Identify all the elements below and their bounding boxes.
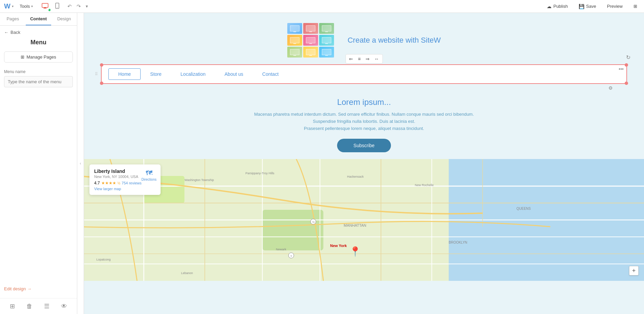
tab-pages[interactable]: Pages [0, 13, 26, 25]
save-button[interactable]: 💾 Save [576, 2, 599, 10]
edit-design-button[interactable]: Edit design → [4, 284, 73, 294]
svg-rect-1 [44, 7, 46, 8]
svg-text:Lebanon: Lebanon [181, 271, 193, 275]
directions-button[interactable]: 🗺 Directions [142, 169, 157, 181]
main-area: Pages Content Design ← Back Menu ⊞ Manag… [0, 13, 644, 314]
directions-icon: 🗺 [146, 169, 152, 177]
menu-bar-wrapper: ⇐ ≡ ⇒ ↔ ↻ ••• ⠿ Home Store Loca [91, 64, 637, 84]
align-left-button[interactable]: ⇐ [347, 55, 355, 63]
corner-bl [100, 82, 103, 85]
subscribe-button[interactable]: Subscribe [337, 139, 391, 152]
lorem-section: Lorem ipsum... Macenas pharetra metud in… [84, 91, 644, 159]
publish-button[interactable]: ☁ Publish [544, 2, 570, 10]
menu-drag-handle[interactable]: ⠿ [95, 72, 98, 76]
svg-text:78: 78 [312, 221, 315, 223]
menu-selected-container: ••• ⠿ Home Store Localization About us C… [101, 64, 627, 84]
svg-rect-0 [42, 3, 48, 7]
svg-text:New Rochelle: New Rochelle [415, 183, 434, 187]
svg-text:BROOKLYN: BROOKLYN [449, 241, 468, 244]
thumb-3 [319, 23, 334, 34]
view-larger-map-link[interactable]: View larger map [94, 187, 156, 191]
thumb-9 [319, 47, 334, 58]
map-rating-value: 4.7 [94, 181, 100, 185]
visibility-icon[interactable]: 👁 [60, 301, 68, 311]
expand-icon: ⊞ [633, 4, 637, 9]
manage-pages-button[interactable]: ⊞ Manage Pages [4, 51, 73, 63]
tools-label: Tools [20, 4, 30, 9]
map-pin: 📍 [349, 246, 361, 257]
lorem-text: Macenas pharetra metud interdum dictum. … [246, 111, 483, 132]
top-bar-left: W ▾ Tools ▾ ↶ [4, 1, 89, 12]
tools-button[interactable]: Tools ▾ [18, 2, 35, 10]
manage-pages-icon: ⊞ [21, 54, 24, 60]
svg-text:Washington Township: Washington Township [185, 178, 214, 182]
mobile-icon [55, 3, 59, 9]
thumb-5 [303, 35, 318, 46]
map-info-card: Liberty Island New York, NY 10004, USA 4… [89, 164, 161, 195]
back-label: Back [11, 30, 20, 35]
map-stars: ★★★★ [101, 181, 116, 185]
svg-rect-2 [43, 8, 47, 8]
publish-label: Publish [553, 4, 568, 9]
sidebar-bottom: ⊞ 🗑 ☰ 👁 [0, 298, 77, 314]
align-center-button[interactable]: ≡ [356, 55, 362, 63]
thumb-1 [287, 23, 302, 34]
top-bar: W ▾ Tools ▾ ↶ [0, 0, 644, 13]
svg-text:QUEENS: QUEENS [517, 207, 531, 210]
undo-button[interactable]: ↶ [66, 3, 73, 10]
back-arrow: ← [4, 30, 8, 35]
menu-item-about[interactable]: About us [215, 69, 253, 80]
device-buttons [39, 1, 62, 12]
layers-icon[interactable]: ☰ [43, 301, 51, 311]
device-desktop-button[interactable] [39, 2, 51, 11]
map-overlay: MANHATTAN BROOKLYN QUEENS New York Newar… [84, 159, 644, 281]
svg-rect-8 [263, 210, 324, 250]
preview-label: Preview [607, 4, 623, 9]
corner-br [625, 82, 628, 85]
thumb-6 [319, 35, 334, 46]
menu-item-home[interactable]: Home [108, 68, 141, 80]
menu-name-input[interactable] [4, 76, 73, 87]
save-icon: 💾 [579, 4, 584, 9]
menu-item-localization[interactable]: Localization [171, 69, 215, 80]
map-rating: 4.7 ★★★★ ½ 754 reviews [94, 181, 156, 185]
tab-content[interactable]: Content [26, 13, 51, 25]
svg-text:New York: New York [330, 244, 347, 248]
hero-section: Create a website with SiteW ⇐ ≡ ⇒ ↔ ↻ • [84, 13, 644, 91]
sidebar: Pages Content Design ← Back Menu ⊞ Manag… [0, 13, 77, 314]
directions-label: Directions [142, 178, 157, 181]
menu-name-label: Menu name [4, 69, 73, 74]
thumb-4 [287, 35, 302, 46]
more-button[interactable]: ▾ [84, 3, 89, 9]
tools-chevron: ▾ [31, 4, 33, 8]
menu-options-button[interactable]: ••• [619, 66, 624, 72]
menu-filter-icon[interactable]: ⚙ [608, 85, 613, 91]
device-mobile-button[interactable] [53, 1, 62, 12]
corner-tr [625, 63, 628, 67]
expand-button[interactable]: ⊞ [631, 2, 640, 10]
add-icon[interactable]: ⊞ [8, 301, 16, 311]
map-reviews-link[interactable]: 754 reviews [122, 181, 142, 185]
desktop-icon [42, 3, 48, 8]
redo-button[interactable]: ↷ [75, 3, 82, 10]
map-svg: MANHATTAN BROOKLYN QUEENS New York Newar… [84, 159, 644, 281]
align-stretch-button[interactable]: ↔ [372, 55, 381, 63]
logo-chevron: ▾ [12, 4, 14, 8]
preview-button[interactable]: Preview [604, 2, 625, 10]
menu-item-contact[interactable]: Contact [253, 69, 288, 80]
back-button[interactable]: ← Back [4, 30, 73, 35]
menu-nav: Home Store Localization About us Contact [102, 65, 626, 83]
menu-align-controls: ⇐ ≡ ⇒ ↔ [345, 54, 382, 64]
edit-design-label: Edit design → [4, 286, 32, 291]
delete-icon[interactable]: 🗑 [25, 301, 34, 311]
logo-area[interactable]: W ▾ [4, 2, 14, 10]
align-right-button[interactable]: ⇒ [363, 55, 372, 63]
refresh-button[interactable]: ↻ [626, 54, 630, 61]
thumb-7 [287, 47, 302, 58]
svg-text:Parsippany-Troy Hills: Parsippany-Troy Hills [246, 172, 275, 175]
svg-text:MANHATTAN: MANHATTAN [344, 223, 367, 227]
tab-design[interactable]: Design [51, 13, 77, 25]
sidebar-collapse-button[interactable]: ‹ [77, 13, 84, 314]
menu-item-store[interactable]: Store [141, 69, 171, 80]
map-zoom-plus-button[interactable]: + [629, 266, 639, 275]
